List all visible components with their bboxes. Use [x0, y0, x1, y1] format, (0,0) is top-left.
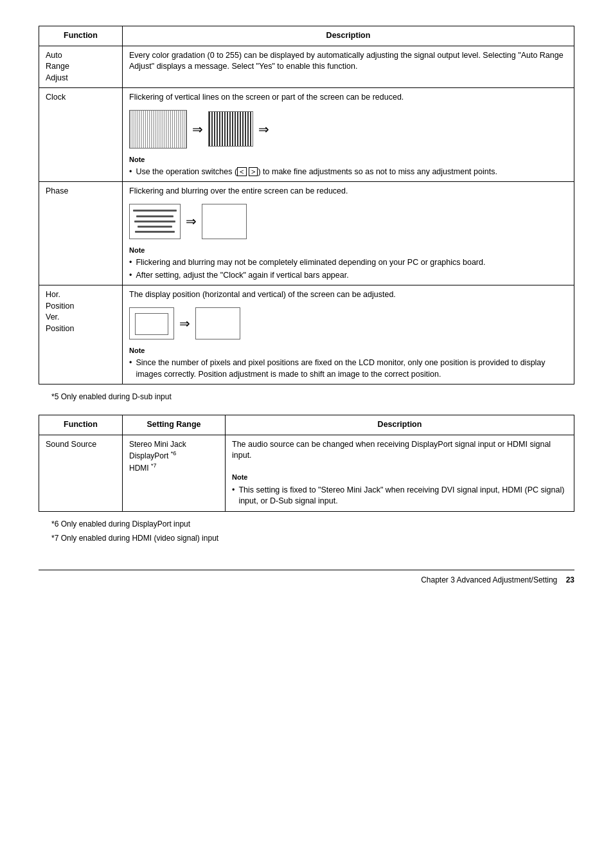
- clock-diagram: ⇒ ⇒: [129, 110, 567, 149]
- bullet-symbol: •: [129, 270, 132, 282]
- note-label: Note: [129, 155, 567, 165]
- table-row: Phase Flickering and blurring over the e…: [39, 182, 574, 285]
- bullet-symbol: •: [232, 485, 235, 507]
- footer-chapter-text: Chapter 3 Advanced Adjustment/Setting: [421, 575, 557, 584]
- arrow-icon-3: ⇒: [186, 212, 197, 230]
- bullet-symbol: •: [129, 257, 132, 269]
- note-bullet-1: • Since the number of pixels and pixel p…: [129, 357, 567, 380]
- table-row: Hor. Position Ver. Position The display …: [39, 285, 574, 384]
- note-bullet-1: • Use the operation switches (< >) to ma…: [129, 167, 567, 178]
- position-desc: The display position (horizontal and ver…: [129, 290, 396, 299]
- note-text-sound: This setting is fixed to "Stereo Mini Ja…: [238, 485, 567, 507]
- function-cell: Phase: [39, 182, 123, 285]
- note-label: Note: [129, 346, 567, 356]
- bullet-symbol: •: [129, 167, 132, 178]
- page-number: 23: [566, 575, 574, 584]
- note-text: Use the operation switches (< >) to make…: [136, 167, 497, 178]
- main-table-1: Function Description Auto Range Adjust E…: [39, 26, 574, 384]
- page-footer: Chapter 3 Advanced Adjustment/Setting 23: [39, 570, 574, 584]
- clock-img-before: [129, 110, 187, 149]
- note-bullet-1: • Flickering and blurring may not be com…: [129, 257, 567, 269]
- function-cell: Auto Range Adjust: [39, 46, 123, 88]
- note-text: Since the number of pixels and pixel pos…: [136, 357, 567, 380]
- description-cell-sound: The audio source can be changed when rec…: [226, 435, 574, 511]
- footnote-5: *5 Only enabled during D-sub input: [51, 391, 574, 402]
- arrow-icon-4: ⇒: [179, 314, 190, 332]
- note-bullet-2: • After setting, adjust the "Clock" agai…: [129, 270, 567, 282]
- header-function-2: Function: [39, 415, 123, 435]
- description-cell: Flickering and blurring over the entire …: [123, 182, 574, 285]
- position-diagram: ⇒: [129, 307, 567, 339]
- table-row: Sound Source Stereo Mini JackDisplayPort…: [39, 435, 574, 511]
- header-function: Function: [39, 26, 123, 46]
- description-cell: The display position (horizontal and ver…: [123, 285, 574, 384]
- main-table-2: Function Setting Range Description Sound…: [39, 415, 574, 511]
- function-cell: Clock: [39, 88, 123, 182]
- clock-desc: Flickering of vertical lines on the scre…: [129, 93, 404, 102]
- function-cell: Hor. Position Ver. Position: [39, 285, 123, 384]
- table-row: Clock Flickering of vertical lines on th…: [39, 88, 574, 182]
- note-label: Note: [129, 246, 567, 255]
- note-label-sound: Note: [232, 473, 567, 482]
- description-cell: Flickering of vertical lines on the scre…: [123, 88, 574, 182]
- note-text: After setting, adjust the "Clock" again …: [136, 270, 348, 282]
- arrow-icon: ⇒: [192, 120, 203, 138]
- table-row: Auto Range Adjust Every color gradation …: [39, 46, 574, 88]
- phase-img-before: [129, 204, 181, 239]
- phase-diagram: ⇒: [129, 204, 567, 239]
- header-description-2: Description: [226, 415, 574, 435]
- pos-img-before: [129, 307, 174, 339]
- header-setting-range: Setting Range: [123, 415, 226, 435]
- note-bullet-sound-1: • This setting is fixed to "Stereo Mini …: [232, 485, 567, 507]
- page-content: Function Description Auto Range Adjust E…: [39, 26, 574, 584]
- pos-img-after: [195, 307, 240, 339]
- clock-img-after: [208, 111, 253, 147]
- footnote-6: *6 Only enabled during DisplayPort input: [51, 518, 574, 530]
- footnote-7: *7 Only enabled during HDMI (video signa…: [51, 532, 574, 544]
- header-description: Description: [123, 26, 574, 46]
- phase-desc: Flickering and blurring over the entire …: [129, 186, 348, 195]
- sound-desc: The audio source can be changed when rec…: [232, 440, 551, 460]
- arrow-icon-2: ⇒: [258, 120, 269, 138]
- description-cell: Every color gradation (0 to 255) can be …: [123, 46, 574, 88]
- bullet-symbol: •: [129, 357, 132, 380]
- phase-img-after: [202, 204, 247, 239]
- setting-range-cell: Stereo Mini JackDisplayPort *6HDMI *7: [123, 435, 226, 511]
- function-cell-sound: Sound Source: [39, 435, 123, 511]
- note-text: Flickering and blurring may not be compl…: [136, 257, 485, 269]
